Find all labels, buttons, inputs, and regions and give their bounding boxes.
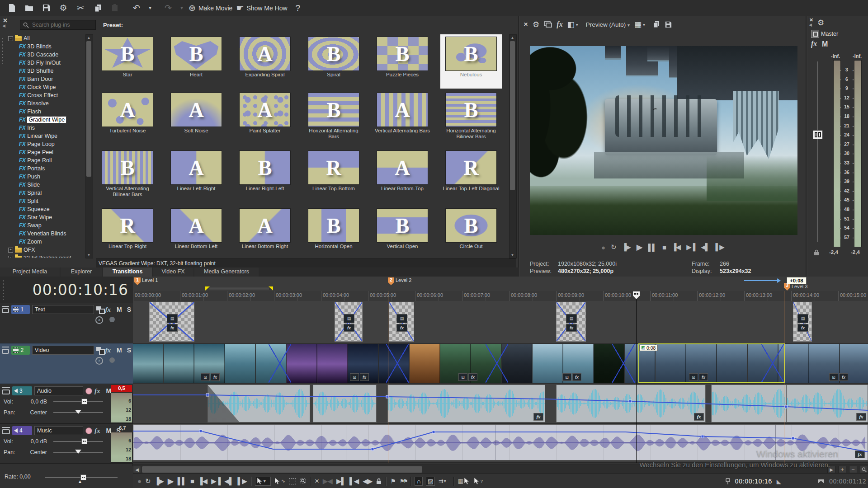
preset-puzzle-pieces[interactable]: BPuzzle Pieces [372, 34, 433, 89]
compositing-mode-icon[interactable] [96, 306, 103, 313]
mute-button[interactable]: M [117, 347, 122, 354]
event-fx-icon[interactable]: fx [211, 373, 220, 381]
tab-video-fx[interactable]: Video FX [153, 267, 193, 277]
text-event[interactable]: ▤fx [149, 302, 194, 342]
loop-playback-button[interactable]: ↻ [611, 243, 616, 251]
record-button[interactable]: ● [601, 244, 604, 251]
preset-linear-rl[interactable]: BLinear Right-Left [234, 148, 296, 204]
event-crop-icon[interactable]: ⊡ [201, 373, 210, 381]
envelope-edit-tool-button[interactable]: ∿ [274, 478, 285, 485]
marker-bar[interactable]: 1Level 12Level 23Level 3+0:08 [133, 277, 868, 291]
pan-slider[interactable] [53, 412, 103, 413]
tree-item-clock-wipe[interactable]: FXClock Wipe [7, 83, 85, 91]
copy-button[interactable] [90, 1, 106, 15]
go-to-start-button[interactable]: ▐◀ [672, 243, 680, 251]
close-panel-icon[interactable]: ✕ [3, 17, 8, 24]
preset-h-alt-bars[interactable]: BHorizontal Alternating Bars [303, 90, 364, 145]
volume-slider[interactable] [53, 441, 103, 442]
paste-button[interactable] [107, 1, 123, 15]
track-lane-text[interactable]: ▤fx▤fx▤fx▤fx▤fx [133, 301, 868, 343]
track-number-badge[interactable]: 2 [11, 346, 29, 355]
save-project-button[interactable] [38, 1, 54, 15]
scroll-down-icon[interactable]: ▼ [86, 252, 92, 258]
track-number-badge[interactable]: 3 [12, 386, 32, 395]
track-number-badge[interactable]: 4 [12, 426, 32, 435]
play-button[interactable]: ▶ [637, 242, 642, 252]
ripple-mode-dropdown[interactable]: ⇉▾ [439, 478, 449, 484]
panel-drag-handle[interactable] [1, 37, 4, 64]
undo-dropdown-button[interactable]: ▾ [146, 1, 155, 15]
tree-item-iris[interactable]: FXIris [7, 124, 85, 132]
playhead-line[interactable] [636, 297, 637, 463]
volume-slider[interactable] [53, 401, 103, 402]
pause-button[interactable]: ▌▌ [648, 244, 656, 251]
preset-diag-tr[interactable]: RLinear Top-Right [97, 206, 158, 258]
event-fx-icon[interactable]: fx [797, 324, 808, 332]
preset-heart[interactable]: BHeart [165, 34, 227, 89]
mixing-console-tool-button[interactable]: ▦ [458, 478, 470, 485]
scroll-left-icon[interactable]: ◀ [133, 466, 141, 473]
mute-button[interactable]: M [117, 306, 122, 313]
close-panel-icon[interactable]: ✕ [524, 21, 528, 28]
previous-frame-button[interactable]: ◀▌ [224, 477, 233, 485]
preset-star[interactable]: BStar [97, 34, 158, 89]
marker-tag-1[interactable]: 1 [134, 277, 141, 285]
dropdown-icon[interactable]: ▾ [444, 479, 449, 483]
preset-nebulous[interactable]: BNebulous [440, 34, 502, 89]
selected-event-outline[interactable] [638, 343, 785, 383]
record-button[interactable]: ● [137, 477, 141, 485]
generated-media-icon[interactable]: ▤ [566, 314, 577, 323]
insert-region-button[interactable]: ⚑⚑ [400, 478, 407, 484]
new-project-button[interactable] [4, 1, 20, 15]
play-from-start-button[interactable]: ▐▶ [622, 243, 630, 251]
compositing-mode-icon[interactable] [96, 347, 103, 353]
delete-button[interactable]: × [315, 477, 319, 486]
copy-snapshot-icon[interactable] [653, 21, 660, 28]
track-fx-button[interactable]: fx [105, 306, 111, 314]
tab-transitions[interactable]: Transitions [103, 267, 152, 277]
timecode-drag-handle[interactable] [2, 279, 5, 300]
tree-item-swap[interactable]: FXSwap [7, 221, 85, 230]
track-lane-video[interactable]: ⊡fx⊡fx⊡fx⊡fx⊡fx⊡fx0:08 [133, 343, 868, 384]
dock-arrow-icon[interactable]: ◀ [809, 23, 812, 27]
show-me-how-button[interactable]: ☛Show Me How [235, 1, 288, 15]
preset-diag-br[interactable]: ALinear Bottom-Right [234, 206, 296, 258]
tree-item-portals[interactable]: FXPortals [7, 164, 85, 173]
video-event-thumbnail[interactable] [287, 344, 317, 383]
track-header-video[interactable]: 2VideofxMSa [0, 343, 133, 384]
preview-video-frame[interactable] [530, 46, 797, 235]
event-fx-icon[interactable]: fx [360, 373, 369, 381]
text-event[interactable]: ▤fx [389, 302, 414, 342]
whats-this-help-button[interactable]: ? [290, 1, 306, 15]
track-number-badge[interactable]: 1 [11, 305, 29, 314]
generated-media-icon[interactable]: ▤ [396, 314, 407, 323]
interaction-tool-button[interactable]: ? [474, 478, 482, 485]
master-mute-button[interactable]: M [822, 40, 828, 48]
tree-item-zoom[interactable]: FXZoom [7, 238, 85, 246]
tree-item-slide[interactable]: FXSlide [7, 181, 85, 189]
text-event[interactable]: ▤fx [556, 302, 586, 342]
video-event-thumbnail[interactable] [317, 344, 348, 383]
zoom-out-icon[interactable]: − [849, 466, 857, 473]
grid-scrollbar[interactable]: ▲ ▼ [509, 34, 517, 258]
tab-media-generators[interactable]: Media Generators [194, 267, 259, 277]
collapse-expander-icon[interactable]: − [8, 36, 13, 41]
auto-ripple-button[interactable]: ▨ [426, 477, 434, 485]
preset-diag-bl[interactable]: ALinear Bottom-Left [165, 206, 227, 258]
preset-expanding-spiral[interactable]: AExpanding Spiral [234, 34, 296, 89]
tree-item-3d-fly-in-out[interactable]: FX3D Fly In/Out [7, 59, 85, 67]
scroll-up-icon[interactable]: ▲ [86, 35, 92, 41]
pan-value[interactable]: Center [19, 409, 47, 416]
tree-item-barn-door[interactable]: FXBarn Door [7, 75, 85, 83]
tree-item-3d-shuffle[interactable]: FX3D Shuffle [7, 67, 85, 75]
external-monitor-icon[interactable] [544, 21, 552, 28]
track-drag-handle[interactable] [2, 387, 10, 395]
tree-item-3d-blinds[interactable]: FX3D Blinds [7, 42, 85, 51]
tree-scrollbar-thumb[interactable] [86, 41, 91, 177]
project-properties-gear-button[interactable]: ⚙ [55, 1, 71, 15]
insert-marker-button[interactable]: ⚑ [390, 478, 396, 485]
event-fx-icon[interactable]: fx [566, 324, 577, 332]
track-phase-icon[interactable] [109, 317, 115, 322]
preset-h-alt-bilinear[interactable]: BHorizontal Alternating Bilinear Bars [440, 90, 502, 145]
preset-v-alt-bars[interactable]: AVertical Alternating Bars [372, 90, 433, 145]
